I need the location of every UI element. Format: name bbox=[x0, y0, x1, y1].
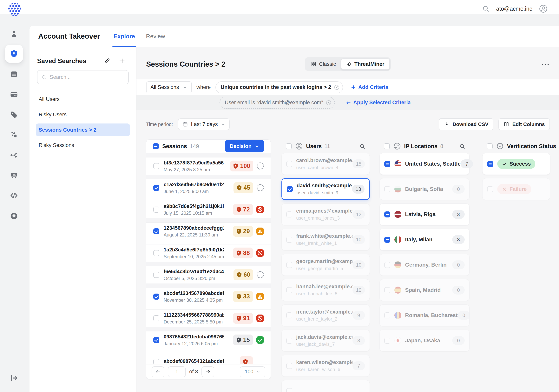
pending-criteria-chip[interactable]: User email is “david.smith@example.com” bbox=[220, 97, 335, 109]
user-card[interactable]: emma.jones@example.... user_emma_jones_3… bbox=[281, 204, 370, 225]
session-checkbox[interactable] bbox=[153, 206, 159, 213]
ip-location-card[interactable]: Germany, Berlin 0 bbox=[380, 254, 469, 276]
ip-location-card[interactable]: Romania, Bucharest 0 bbox=[380, 304, 469, 326]
ip-location-checkbox[interactable] bbox=[384, 262, 390, 268]
ip-locations-search-icon[interactable] bbox=[459, 143, 465, 149]
ip-select-all-checkbox[interactable] bbox=[384, 143, 390, 149]
ip-location-card[interactable]: Spain, Madrid 0 bbox=[380, 279, 469, 301]
session-checkbox[interactable] bbox=[153, 250, 159, 256]
sidebar-item-reports-icon[interactable] bbox=[10, 171, 18, 179]
user-checkbox[interactable] bbox=[286, 237, 292, 243]
user-card[interactable]: karen.wilson@example.c... user_karen_wil… bbox=[281, 355, 370, 377]
remove-pending-criteria-icon[interactable] bbox=[326, 100, 332, 106]
user-checkbox[interactable] bbox=[286, 262, 292, 268]
session-row[interactable]: 1234567890abcdeeefggg11... August 22, 20… bbox=[146, 223, 270, 244]
session-checkbox[interactable] bbox=[153, 163, 159, 169]
users-search-icon[interactable] bbox=[359, 143, 365, 149]
tab-review[interactable]: Review bbox=[146, 26, 165, 47]
ip-location-checkbox[interactable] bbox=[384, 338, 390, 344]
view-toggle-threatminer[interactable]: ThreatMiner bbox=[341, 58, 390, 70]
user-card[interactable]: carol.brown@example.... user_carol_brown… bbox=[281, 153, 370, 175]
user-checkbox[interactable] bbox=[286, 161, 292, 167]
ip-location-checkbox[interactable] bbox=[384, 287, 390, 293]
ip-location-checkbox[interactable] bbox=[384, 237, 390, 243]
sidebar-item-clusters-icon[interactable] bbox=[10, 131, 18, 139]
tab-explore[interactable]: Explore bbox=[113, 26, 135, 47]
ip-location-checkbox[interactable] bbox=[384, 186, 390, 192]
ip-location-card[interactable]: Japan, Osaka 0 bbox=[380, 330, 469, 351]
add-criteria-link[interactable]: Add Criteria bbox=[351, 84, 388, 90]
apply-selected-criteria-link[interactable]: Apply Selected Criteria bbox=[346, 100, 411, 106]
ip-location-card[interactable]: Italy, Milan 3 bbox=[380, 229, 469, 251]
session-checkbox[interactable] bbox=[153, 185, 159, 191]
user-checkbox[interactable] bbox=[286, 388, 292, 392]
saved-search-item[interactable]: Risky Sessions bbox=[36, 139, 130, 152]
session-row[interactable]: f6e5d4c3b2a1a0f1e2d3c4b... October 5, 20… bbox=[146, 266, 270, 288]
saved-searches-search-input[interactable] bbox=[50, 74, 124, 80]
scope-select[interactable]: All Sessions bbox=[146, 81, 192, 93]
saved-search-item[interactable]: All Users bbox=[36, 93, 130, 106]
session-checkbox[interactable] bbox=[153, 294, 159, 299]
verification-select-all-checkbox[interactable] bbox=[487, 143, 493, 149]
verification-status-card[interactable]: Failure bbox=[482, 178, 550, 200]
user-card[interactable]: david.smith@example.... user_david_smith… bbox=[281, 178, 370, 200]
next-page-button[interactable] bbox=[202, 366, 214, 377]
session-checkbox[interactable] bbox=[153, 359, 159, 364]
user-checkbox[interactable] bbox=[286, 312, 292, 318]
session-row[interactable]: abcdef1234567890abcdef1... November 30, … bbox=[146, 288, 270, 310]
session-row[interactable]: c1a2d3e4f567b8c9d0e1f23... June 1, 2025 … bbox=[146, 179, 270, 201]
user-card[interactable]: hannah.lee@example.c... user_hannah_lee_… bbox=[281, 279, 370, 301]
user-checkbox[interactable] bbox=[286, 211, 292, 217]
view-toggle-classic[interactable]: Classic bbox=[306, 58, 341, 70]
session-row[interactable]: bf3e1378f877a9cd9a5a561... May 27, 2025 … bbox=[146, 158, 270, 179]
user-checkbox[interactable] bbox=[287, 186, 293, 192]
user-card[interactable]: irene.taylor@example.co... user_irene_ta… bbox=[281, 304, 370, 326]
saved-search-item[interactable]: Sessions Countries > 2 bbox=[36, 123, 130, 136]
session-row[interactable]: abcdef0987654321abcdef0... bbox=[146, 353, 270, 364]
sidebar-item-lists-icon[interactable] bbox=[10, 70, 18, 78]
ip-location-card[interactable]: Bulgaria, Sofia 0 bbox=[380, 178, 469, 200]
ip-location-checkbox[interactable] bbox=[384, 161, 390, 167]
user-checkbox[interactable] bbox=[286, 338, 292, 344]
user-card[interactable]: frank.white@example.c... user_frank_whit… bbox=[281, 229, 370, 251]
edit-columns-button[interactable]: Edit Columns bbox=[498, 118, 550, 130]
users-select-all-checkbox[interactable] bbox=[286, 143, 292, 149]
sidebar-item-routing-icon[interactable] bbox=[10, 151, 18, 159]
avatar-icon[interactable] bbox=[539, 4, 548, 13]
session-checkbox[interactable] bbox=[153, 315, 159, 321]
previous-page-button[interactable] bbox=[152, 366, 164, 377]
sidebar-item-developer-icon[interactable] bbox=[10, 191, 18, 200]
page-size-select[interactable]: 100 bbox=[240, 366, 265, 377]
logout-icon[interactable] bbox=[10, 374, 18, 382]
verification-checkbox[interactable] bbox=[487, 186, 493, 192]
ip-location-checkbox[interactable] bbox=[384, 312, 390, 318]
time-period-select[interactable]: Last 7 days bbox=[178, 118, 230, 130]
user-card[interactable]: jack.davis@example.com user_jack_davis_7… bbox=[281, 330, 370, 351]
decision-button[interactable]: Decision bbox=[225, 140, 264, 152]
download-csv-button[interactable]: Download CSV bbox=[439, 118, 494, 130]
session-row[interactable]: 11122334455667788990ab... December 25, 2… bbox=[146, 310, 270, 331]
edit-saved-searches-icon[interactable] bbox=[104, 58, 110, 64]
verification-checkbox[interactable] bbox=[487, 161, 493, 167]
session-row[interactable]: a9b8c7d6e5f4g3h2i1j0k1l2... July 15, 202… bbox=[146, 201, 270, 223]
session-row[interactable]: 0987654321fedcba098765... January 12, 20… bbox=[146, 331, 270, 353]
session-checkbox[interactable] bbox=[153, 272, 159, 278]
sidebar-item-payments-icon[interactable] bbox=[10, 90, 18, 99]
user-card[interactable]: george.martin@exampl... user_george_mart… bbox=[281, 254, 370, 276]
saved-searches-search-field[interactable] bbox=[37, 70, 129, 84]
user-card[interactable] bbox=[281, 380, 370, 392]
criteria-chip[interactable]: Unique countries in the past week logins… bbox=[215, 81, 343, 93]
page-number-input[interactable] bbox=[168, 366, 186, 377]
sidebar-item-account-takeover[interactable] bbox=[5, 45, 23, 63]
session-checkbox[interactable] bbox=[153, 228, 159, 234]
sidebar-item-settings-icon[interactable] bbox=[10, 211, 18, 220]
verification-status-card[interactable]: Success bbox=[482, 153, 550, 175]
sidebar-item-tags-icon[interactable] bbox=[10, 111, 18, 119]
ip-location-checkbox[interactable] bbox=[384, 211, 390, 217]
remove-criteria-icon[interactable] bbox=[334, 84, 340, 91]
sidebar-item-users-icon[interactable] bbox=[10, 29, 18, 38]
ip-location-card[interactable]: Latvia, Riga 3 bbox=[380, 204, 469, 225]
global-search-icon[interactable] bbox=[482, 5, 490, 12]
saved-search-item[interactable]: Risky Users bbox=[36, 108, 130, 121]
add-saved-search-icon[interactable] bbox=[119, 58, 125, 64]
